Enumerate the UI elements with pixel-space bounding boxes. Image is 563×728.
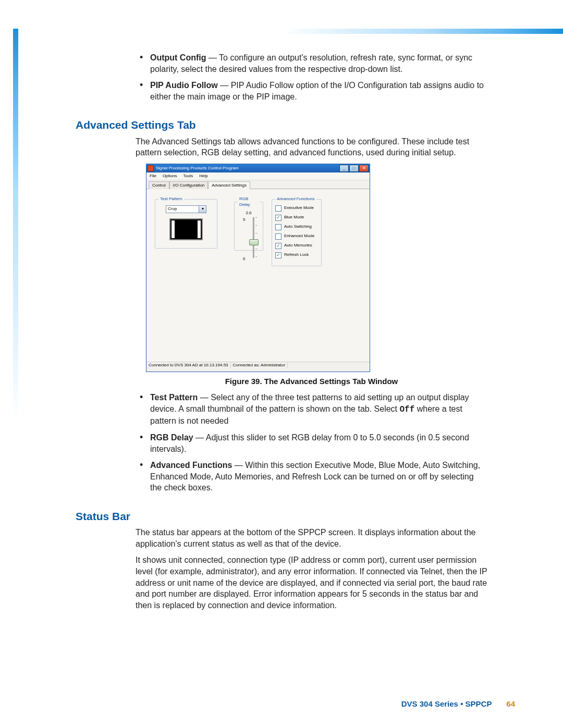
tab-io-config[interactable]: I/O Configuration (169, 181, 208, 189)
list-item: Advanced Functions — Within this section… (136, 460, 487, 493)
list-item: PIP Audio Follow — PIP Audio Follow opti… (136, 80, 487, 102)
rgb-delay-slider[interactable] (247, 217, 260, 258)
test-pattern-thumbnail (169, 218, 203, 240)
list-item: RGB Delay — Adjust this slider to set RG… (136, 432, 487, 454)
func-label: Executive Mode (284, 205, 314, 211)
menubar: File Options Tools Help (146, 172, 370, 180)
app-icon (148, 165, 154, 171)
page-footer: DVS 304 Series • SPPCP 64 (0, 699, 515, 708)
bullet-title: Test Pattern (150, 393, 198, 402)
func-enhanced-mode[interactable]: Enhanced Mode (275, 233, 318, 240)
rgb-delay-min: 0 (238, 256, 247, 262)
test-pattern-value: Crop (166, 206, 199, 212)
menu-file[interactable]: File (150, 174, 156, 179)
tab-control[interactable]: Control (149, 181, 169, 189)
checkbox-icon[interactable]: ✓ (275, 243, 282, 249)
func-label: Enhanced Mode (284, 233, 314, 239)
advanced-settings-para: The Advanced Settings tab allows advance… (136, 136, 487, 158)
test-pattern-legend: Test Pattern (158, 196, 184, 202)
advanced-functions-legend: Advanced Functions (275, 196, 316, 202)
menu-help[interactable]: Help (199, 174, 207, 179)
slider-thumb-icon[interactable] (249, 239, 259, 245)
bullet-title: PIP Audio Follow (150, 81, 218, 90)
func-auto-switching[interactable]: Auto Switching (275, 224, 318, 230)
func-label: Auto Switching (284, 224, 312, 230)
minimize-button[interactable]: _ (339, 165, 349, 172)
func-label: Refresh Lock (284, 252, 309, 258)
off-literal: Off (400, 405, 415, 414)
menu-tools[interactable]: Tools (183, 174, 193, 179)
list-item: Test Pattern — Select any of the three t… (136, 392, 487, 427)
rgb-delay-legend: RGB Delay (238, 196, 260, 208)
footer-text: DVS 304 Series • SPPCP (401, 699, 492, 708)
figure-caption: Figure 39. The Advanced Settings Tab Win… (136, 376, 487, 387)
advanced-functions-fieldset: Advanced Functions Executive Mode ✓ Blue… (272, 196, 322, 266)
rgb-delay-max: 5 (238, 217, 247, 223)
func-label: Blue Mode (284, 215, 304, 220)
status-bar-heading: Status Bar (76, 509, 487, 524)
chevron-down-icon[interactable]: ▾ (199, 206, 206, 213)
status-bar-para-1: The status bar appears at the bottom of … (136, 527, 487, 549)
bullet-title: Output Config (150, 53, 206, 62)
rgb-delay-value: 2.0 (246, 211, 251, 216)
func-executive-mode[interactable]: Executive Mode (275, 205, 318, 212)
status-connection: Connected to DVS 304 AD at 10.13.194.53 (146, 363, 231, 368)
bullet-title: RGB Delay (150, 433, 193, 442)
test-pattern-select[interactable]: Crop ▾ (166, 205, 206, 213)
func-auto-memories[interactable]: ✓ Auto Memories (275, 243, 318, 249)
bullet-text: — Adjust this slider to set RGB delay fr… (150, 433, 469, 453)
status-user: Connected as: Administrator (231, 363, 288, 368)
func-refresh-lock[interactable]: ✓ Refresh Lock (275, 252, 318, 258)
post-bullet-list: Test Pattern — Select any of the three t… (136, 392, 487, 493)
test-pattern-fieldset: Test Pattern Crop ▾ (155, 196, 217, 249)
tab-advanced-settings[interactable]: Advanced Settings (208, 181, 250, 189)
checkbox-icon[interactable]: ✓ (275, 215, 282, 221)
titlebar: Signal Processing Products Control Progr… (146, 164, 370, 172)
bullet-title: Advanced Functions (150, 461, 232, 470)
func-label: Auto Memories (284, 243, 312, 249)
checkbox-icon[interactable]: ✓ (275, 252, 282, 258)
rgb-delay-fieldset: RGB Delay 2.0 5 0 (234, 196, 263, 251)
tab-body: Test Pattern Crop ▾ RGB Delay (146, 189, 370, 369)
advanced-settings-heading: Advanced Settings Tab (76, 118, 487, 132)
status-bar: Connected to DVS 304 AD at 10.13.194.53 … (146, 362, 370, 369)
intro-bullet-list: Output Config — To configure an output's… (136, 52, 487, 102)
maximize-button[interactable]: □ (349, 165, 359, 172)
checkbox-icon[interactable] (275, 205, 282, 212)
checkbox-icon[interactable] (275, 233, 282, 240)
page-number: 64 (506, 699, 515, 708)
checkbox-icon[interactable] (275, 224, 282, 230)
close-button[interactable]: ✕ (359, 165, 369, 172)
top-gradient-bar (0, 29, 563, 34)
tabs-row: Control I/O Configuration Advanced Setti… (146, 180, 370, 189)
left-gradient-bar (13, 29, 18, 685)
app-window: Signal Processing Products Control Progr… (146, 164, 370, 372)
list-item: Output Config — To configure an output's… (136, 52, 487, 75)
menu-options[interactable]: Options (163, 174, 177, 179)
status-bar-para-2: It shows unit connected, connection type… (136, 554, 487, 611)
func-blue-mode[interactable]: ✓ Blue Mode (275, 215, 318, 221)
window-title: Signal Processing Products Control Progr… (156, 166, 239, 171)
